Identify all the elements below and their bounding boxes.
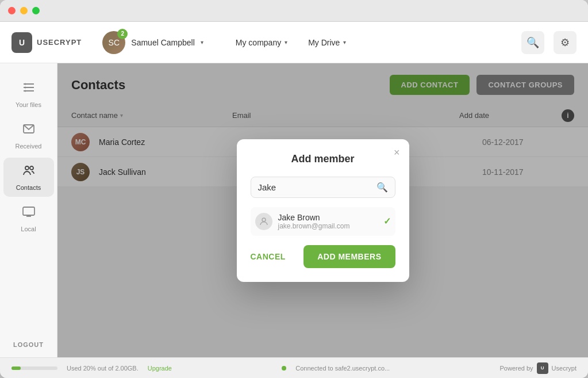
your-files-icon	[22, 81, 36, 98]
notification-badge: 2	[117, 29, 128, 39]
logout-button[interactable]: LOGOUT	[13, 332, 44, 357]
minimize-btn[interactable]	[20, 7, 28, 14]
logo-icon: U	[11, 32, 32, 53]
local-icon	[22, 205, 36, 222]
svg-rect-6	[23, 207, 34, 215]
usecrypt-footer-logo: U	[537, 362, 548, 374]
powered-by-area: Powered by U Usecrypt	[500, 362, 577, 374]
user-chevron-icon: ▾	[201, 39, 203, 45]
sidebar-item-local[interactable]: Local	[3, 199, 54, 238]
body: Your files Received	[0, 63, 588, 357]
member-selected-checkmark: ✓	[383, 216, 391, 227]
received-icon	[22, 122, 36, 139]
sidebar-item-your-files[interactable]: Your files	[3, 75, 54, 114]
member-email: jake.brown@gmail.com	[278, 222, 378, 230]
search-member-input[interactable]	[258, 182, 376, 192]
app-window: U USECRYPT SC 2 Samuel Campbell ▾ My com…	[0, 0, 588, 378]
close-btn[interactable]	[8, 7, 16, 14]
titlebar	[0, 0, 588, 22]
svg-point-5	[30, 166, 33, 170]
settings-button[interactable]: ⚙	[554, 31, 577, 54]
search-input-area: 🔍	[251, 177, 395, 198]
gear-icon: ⚙	[560, 36, 570, 49]
usecrypt-brand-text: Usecrypt	[552, 365, 577, 372]
footer: Used 20% out of 2.00GB. Upgrade Connecte…	[0, 357, 588, 378]
sidebar: Your files Received	[0, 63, 57, 357]
storage-text: Used 20% out of 2.00GB.	[67, 365, 139, 372]
storage-progress-fill	[11, 366, 21, 370]
main-content: Contacts ADD CONTACT CONTACT GROUPS Cont…	[57, 63, 588, 357]
member-name: Jake Brown	[278, 213, 378, 222]
sidebar-item-received[interactable]: Received	[3, 116, 54, 155]
sidebar-label-your-files: Your files	[16, 101, 41, 108]
sidebar-label-local: Local	[21, 226, 36, 232]
add-member-modal: × Add member 🔍	[237, 139, 409, 282]
modal-actions: CANCEL ADD MEMBERS	[251, 245, 395, 268]
header: U USECRYPT SC 2 Samuel Campbell ▾ My com…	[0, 22, 588, 63]
svg-point-4	[25, 166, 29, 170]
connected-status-dot	[282, 366, 286, 371]
modal-close-button[interactable]: ×	[394, 147, 400, 158]
my-company-chevron-icon: ▾	[285, 39, 287, 45]
nav-my-company[interactable]: My company ▾	[230, 35, 293, 51]
fullscreen-btn[interactable]	[32, 7, 40, 14]
svg-point-1	[24, 87, 26, 89]
powered-by-text: Powered by	[500, 365, 533, 372]
logo-area: U USECRYPT	[11, 32, 82, 53]
nav-my-drive[interactable]: My Drive ▾	[302, 35, 352, 51]
sidebar-item-contacts[interactable]: Contacts	[3, 158, 54, 197]
user-area[interactable]: SC 2 Samuel Campbell ▾	[102, 31, 203, 54]
logo-text: USECRYPT	[37, 38, 82, 47]
storage-progress-bar	[11, 366, 57, 370]
svg-point-0	[24, 83, 26, 85]
my-company-label: My company	[236, 38, 281, 47]
member-avatar-icon	[255, 213, 272, 230]
modal-overlay: × Add member 🔍	[57, 63, 588, 357]
contacts-icon	[22, 163, 36, 181]
sidebar-label-contacts: Contacts	[16, 184, 41, 191]
search-button[interactable]: 🔍	[521, 31, 544, 54]
sidebar-label-received: Received	[16, 143, 42, 150]
upgrade-link[interactable]: Upgrade	[148, 365, 172, 372]
svg-point-2	[24, 90, 26, 92]
user-name: Samuel Campbell	[131, 38, 195, 47]
my-drive-chevron-icon: ▾	[343, 39, 346, 45]
cancel-button[interactable]: CANCEL	[251, 252, 286, 261]
search-icon: 🔍	[526, 36, 539, 49]
member-info: Jake Brown jake.brown@gmail.com	[278, 213, 378, 230]
connected-text: Connected to safe2.usecrypt.co...	[295, 365, 390, 372]
my-drive-label: My Drive	[308, 38, 340, 47]
modal-title: Add member	[251, 153, 395, 165]
add-members-button[interactable]: ADD MEMBERS	[303, 245, 395, 268]
svg-point-9	[262, 218, 266, 222]
search-icon: 🔍	[376, 182, 388, 193]
member-result-item[interactable]: Jake Brown jake.brown@gmail.com ✓	[251, 207, 395, 236]
